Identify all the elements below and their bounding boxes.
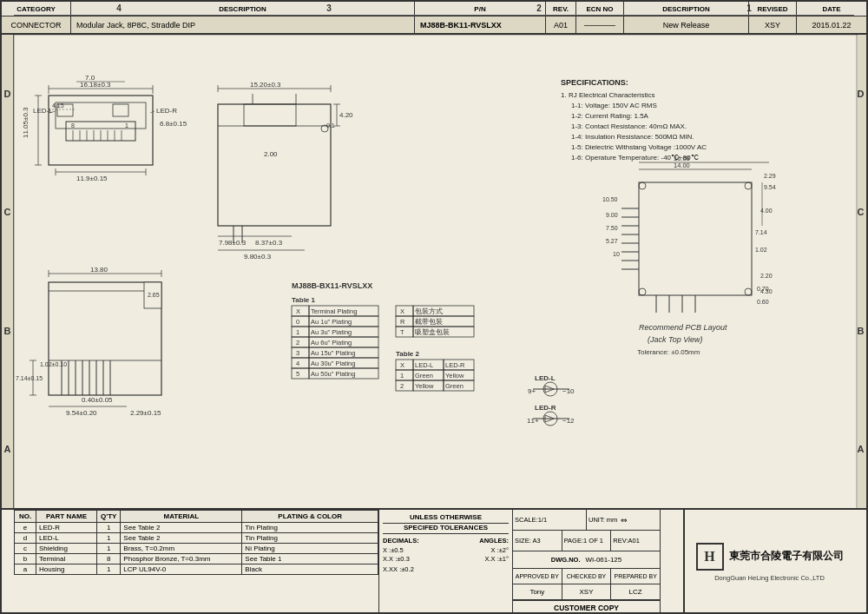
main-drawing-svg: 8 1 16.18±0.3 7.0 4.15 11.05±0.3: [14, 35, 858, 512]
xx-tol: X.X :±0.3: [383, 555, 410, 563]
svg-text:7.14±0.15: 7.14±0.15: [16, 375, 43, 381]
svg-text:LED-R: LED-R: [445, 361, 465, 369]
svg-text:1-2: Current Rating: 1.5A: 1-2: Current Rating: 1.5A: [571, 112, 649, 120]
drawing-area: 8 1 16.18±0.3 7.0 4.15 11.05±0.3: [14, 35, 854, 508]
svg-text:吸塑盒包装: 吸塑盒包装: [415, 328, 450, 336]
zone-c-left: C: [4, 207, 11, 217]
svg-text:16.08: 16.08: [674, 155, 690, 162]
svg-text:1-1: Voltage: 150V AC RMS: 1-1: Voltage: 150V AC RMS: [571, 102, 657, 109]
svg-text:Tolerance: ±0.05mm: Tolerance: ±0.05mm: [637, 348, 700, 356]
col-3: 3: [326, 3, 332, 13]
svg-text:1: 1: [296, 328, 299, 336]
svg-text:X: X: [400, 307, 404, 315]
part-row-d: d LED-L 1 See Table 2 Tin Plating: [15, 533, 378, 544]
rev-value: A01: [546, 17, 576, 33]
pn-value: MJ88B-BK11-RVSLXX: [415, 17, 545, 33]
svg-text:MJ88B-BX11-RVSLXX: MJ88B-BX11-RVSLXX: [292, 281, 372, 290]
col-4: 4: [116, 3, 122, 13]
prepared-val: LCZ: [629, 588, 642, 596]
parts-table-container: NO. PART NAME Q'TY MATERIAL PLATING & CO…: [14, 510, 378, 614]
zone-b-right: B: [858, 326, 865, 336]
rev-desc-value: New Release: [624, 17, 749, 33]
col-material: MATERIAL: [121, 511, 242, 523]
company-name-cn: 東莞市合陵電子有限公司: [729, 549, 844, 564]
dwg-label: DWG.NO.: [551, 556, 581, 564]
svg-text:2.00: 2.00: [264, 150, 278, 158]
svg-text:5: 5: [296, 370, 299, 378]
svg-text:LED-L: LED-L: [33, 107, 53, 115]
decimals-label: DECIMALS:: [383, 537, 419, 545]
svg-text:4.30: 4.30: [760, 288, 773, 294]
checked-val: XSY: [580, 588, 594, 596]
col-part: PART NAME: [36, 511, 97, 523]
approved-val: Tony: [529, 588, 544, 596]
customer-copy: CUSTOMER COPY: [554, 604, 619, 612]
description-value: Modular Jack, 8P8C, Straddle DIP: [71, 17, 415, 33]
svg-text:Table 2: Table 2: [396, 350, 420, 358]
col-qty: Q'TY: [97, 511, 121, 523]
scale-cell: SCALE:1/1: [513, 510, 587, 530]
svg-text:Au 15u" Plating: Au 15u" Plating: [311, 349, 355, 357]
company-block: H 東莞市合陵電子有限公司 DongGuan HeLing Electronic…: [683, 510, 854, 614]
svg-text:4.00: 4.00: [760, 208, 773, 214]
svg-text:16.18±0.3: 16.18±0.3: [80, 81, 111, 89]
svg-text:7.0: 7.0: [85, 74, 95, 82]
svg-text:Green: Green: [445, 382, 464, 390]
svg-text:截带包装: 截带包装: [415, 318, 443, 326]
svg-text:7.50: 7.50: [606, 225, 618, 231]
svg-text:−12: −12: [562, 417, 575, 425]
zone-d-left: D: [4, 89, 11, 99]
svg-text:15.20±0.3: 15.20±0.3: [250, 81, 281, 89]
angles-label: ANGLES:: [479, 537, 509, 545]
svg-text:8.37±0.3: 8.37±0.3: [255, 239, 283, 247]
svg-text:1: 1: [400, 372, 404, 380]
svg-text:LED-L: LED-L: [535, 374, 556, 382]
svg-text:(Jack Top View): (Jack Top View): [648, 335, 703, 344]
svg-text:Terminal Plating: Terminal Plating: [311, 307, 357, 315]
unless-otherwise: UNLESS OTHERWISE: [383, 513, 509, 524]
svg-text:X: X: [400, 361, 404, 369]
svg-text:Au 3u" Plating: Au 3u" Plating: [311, 328, 352, 336]
zone-b-left: B: [4, 326, 11, 336]
svg-text:0.60: 0.60: [757, 299, 769, 305]
specified-tolerances: SPECIFED TOLERANCES: [383, 524, 509, 534]
svg-text:LED-R: LED-R: [156, 107, 177, 115]
ecn-value: ————: [576, 17, 624, 33]
rev-cell: REV:A01: [611, 531, 660, 551]
svg-text:R: R: [400, 318, 405, 326]
zone-labels-left: D C B A: [2, 35, 14, 508]
main-container: CATEGORY DESCRIPTION P/N CONNECTOR Modul…: [0, 0, 868, 614]
col-2: 2: [536, 3, 542, 13]
col-no: NO.: [15, 511, 36, 523]
x-angle: X :±2°: [491, 546, 509, 554]
svg-text:5.27: 5.27: [606, 238, 618, 244]
svg-text:包装方式: 包装方式: [415, 307, 443, 315]
svg-text:3: 3: [296, 349, 299, 357]
svg-text:Au 50u" Plating: Au 50u" Plating: [311, 370, 355, 378]
svg-text:0.40±0.05: 0.40±0.05: [82, 396, 113, 404]
svg-rect-0: [14, 35, 858, 512]
col-labels-top: 4 3 2 1: [14, 2, 854, 16]
svg-text:13.80: 13.80: [90, 266, 108, 274]
svg-text:1.02: 1.02: [755, 247, 767, 253]
svg-text:−10: −10: [562, 387, 575, 395]
svg-text:2: 2: [400, 382, 404, 390]
svg-text:Au 30u" Plating: Au 30u" Plating: [311, 360, 355, 367]
doc-info-block: SCALE:1/1 UNIT: mm ⇔ SIZE: A3 PAGE:1 OF …: [513, 510, 661, 614]
svg-text:9+: 9+: [528, 387, 536, 395]
svg-text:SPECIFICATIONS:: SPECIFICATIONS:: [561, 78, 628, 87]
svg-text:Au 1u" Plating: Au 1u" Plating: [311, 318, 352, 326]
checked-label: CHECKED BY: [567, 573, 607, 579]
svg-text:Recommend PCB Layout: Recommend PCB Layout: [639, 323, 727, 332]
zone-a-right: A: [858, 444, 865, 454]
svg-text:1.02±0.10: 1.02±0.10: [40, 361, 67, 367]
svg-text:Au 6u" Plating: Au 6u" Plating: [311, 339, 352, 347]
dwg-no: WI-061-125: [585, 556, 621, 564]
company-logo: H: [696, 543, 724, 571]
svg-text:11+: 11+: [527, 417, 539, 425]
unit-cell: UNIT: mm ⇔: [587, 510, 660, 530]
svg-text:10: 10: [613, 251, 620, 257]
col-plating: PLATING & COLOR: [242, 511, 378, 523]
revised-value: XSY: [749, 17, 797, 33]
svg-text:1-4: Insulation Resistance: 50: 1-4: Insulation Resistance: 500MΩ MIN.: [571, 133, 694, 141]
